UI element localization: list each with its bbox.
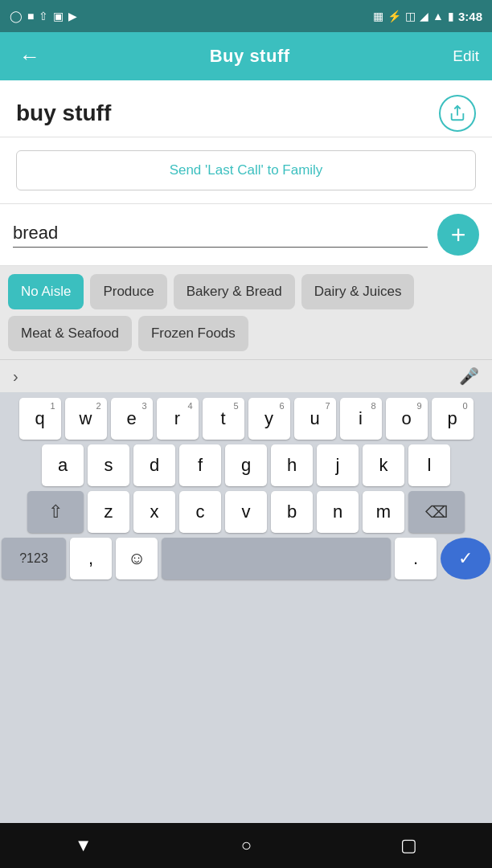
char-b: b bbox=[287, 502, 297, 522]
share-button[interactable] bbox=[439, 95, 476, 132]
expand-icon[interactable]: › bbox=[13, 367, 18, 386]
key-s[interactable]: s bbox=[88, 444, 129, 486]
shift-icon: ⇧ bbox=[48, 502, 63, 522]
search-input-wrap bbox=[13, 223, 428, 248]
key-l[interactable]: l bbox=[408, 444, 450, 486]
last-call-button[interactable]: Send 'Last Call' to Family bbox=[16, 150, 476, 190]
char-z: z bbox=[105, 502, 113, 522]
num-w: 2 bbox=[96, 401, 100, 411]
key-g[interactable]: g bbox=[225, 444, 267, 486]
search-input[interactable] bbox=[13, 223, 428, 244]
char-g: g bbox=[241, 455, 251, 476]
char-w: w bbox=[80, 408, 92, 429]
aisle-tag-bakery-&-bread[interactable]: Bakery & Bread bbox=[174, 274, 295, 309]
char-d: d bbox=[150, 455, 159, 476]
stop-icon: ■ bbox=[27, 10, 34, 23]
key-t[interactable]: 5t bbox=[203, 398, 244, 440]
char-o: o bbox=[401, 408, 411, 429]
char-c: c bbox=[196, 502, 205, 522]
key-r[interactable]: 4r bbox=[157, 398, 199, 440]
bluetooth-icon: ⚡ bbox=[387, 10, 401, 23]
upload-icon: ⇧ bbox=[39, 10, 48, 23]
char-s: s bbox=[105, 455, 113, 476]
edit-button[interactable]: Edit bbox=[453, 47, 479, 65]
key-u[interactable]: 7u bbox=[294, 398, 336, 440]
comma-key[interactable]: , bbox=[70, 538, 112, 579]
period-key[interactable]: . bbox=[395, 538, 437, 579]
num-o: 9 bbox=[416, 401, 421, 411]
key-v[interactable]: v bbox=[225, 491, 267, 533]
status-time: 3:48 bbox=[458, 10, 482, 23]
space-key[interactable] bbox=[162, 538, 391, 579]
key-e[interactable]: 3e bbox=[111, 398, 153, 440]
char-y: y bbox=[264, 408, 273, 429]
key-q[interactable]: 1q bbox=[19, 398, 61, 440]
key-x[interactable]: x bbox=[133, 491, 175, 533]
key-j[interactable]: j bbox=[317, 444, 359, 486]
char-a: a bbox=[58, 455, 68, 476]
key-p[interactable]: 0p bbox=[432, 398, 474, 440]
emoji-key[interactable]: ☺ bbox=[116, 538, 158, 579]
sym-label: ?123 bbox=[19, 551, 48, 566]
key-z[interactable]: z bbox=[88, 491, 129, 533]
key-n[interactable]: n bbox=[317, 491, 359, 533]
checkmark-icon: ✓ bbox=[458, 548, 473, 569]
key-y[interactable]: 6y bbox=[248, 398, 290, 440]
main-content: buy stuff Send 'Last Call' to Family + bbox=[0, 80, 492, 266]
period-char: . bbox=[413, 548, 418, 569]
char-l: l bbox=[428, 455, 432, 476]
aisle-tag-no-aisle[interactable]: No Aisle bbox=[8, 274, 84, 309]
num-q: 1 bbox=[50, 401, 55, 411]
key-w[interactable]: 2w bbox=[65, 398, 107, 440]
home-nav-icon[interactable]: ○ bbox=[241, 835, 252, 856]
num-e: 3 bbox=[141, 401, 146, 411]
num-r: 4 bbox=[187, 401, 192, 411]
camera-icon: ◯ bbox=[10, 10, 23, 23]
key-k[interactable]: k bbox=[363, 444, 404, 486]
status-bar: ◯ ■ ⇧ ▣ ▶ ▦ ⚡ ◫ ◢ ▲ ▮ 3:48 bbox=[0, 0, 492, 32]
char-t: t bbox=[220, 408, 225, 429]
cast-icon: ▦ bbox=[373, 10, 383, 23]
key-b[interactable]: b bbox=[271, 491, 313, 533]
char-x: x bbox=[150, 502, 159, 522]
char-j: j bbox=[336, 455, 340, 476]
aisle-tag-dairy-&-juices[interactable]: Dairy & Juices bbox=[301, 274, 415, 309]
wifi-icon: ◢ bbox=[420, 10, 428, 23]
add-item-button[interactable]: + bbox=[437, 214, 479, 256]
aisle-tag-frozen-foods[interactable]: Frozen Foods bbox=[138, 316, 248, 351]
key-a[interactable]: a bbox=[42, 444, 84, 486]
nav-bottom: ▼ ○ ▢ bbox=[0, 823, 492, 868]
recents-nav-icon[interactable]: ▢ bbox=[400, 835, 417, 856]
key-i[interactable]: 8i bbox=[340, 398, 382, 440]
kb-row-bottom: ?123 , ☺ . ✓ bbox=[2, 538, 490, 579]
shift-key[interactable]: ⇧ bbox=[27, 491, 84, 533]
mic-icon[interactable]: 🎤 bbox=[459, 366, 479, 386]
search-row: + bbox=[0, 204, 492, 266]
num-t: 5 bbox=[233, 401, 238, 411]
aisle-section: No AisleProduceBakery & BreadDairy & Jui… bbox=[0, 266, 492, 359]
char-q: q bbox=[35, 408, 44, 429]
key-h[interactable]: h bbox=[271, 444, 313, 486]
aisle-tag-produce[interactable]: Produce bbox=[90, 274, 166, 309]
key-c[interactable]: c bbox=[179, 491, 221, 533]
key-f[interactable]: f bbox=[179, 444, 221, 486]
comma-char: , bbox=[88, 548, 93, 569]
last-call-section: Send 'Last Call' to Family bbox=[0, 137, 492, 204]
key-m[interactable]: m bbox=[363, 491, 404, 533]
more-row: › 🎤 bbox=[0, 359, 492, 392]
key-o[interactable]: 9o bbox=[386, 398, 428, 440]
page-title: Buy stuff bbox=[210, 46, 290, 67]
battery-icon: ▮ bbox=[448, 10, 454, 23]
num-y: 6 bbox=[279, 401, 284, 411]
backspace-key[interactable]: ⌫ bbox=[408, 491, 465, 533]
back-nav-icon[interactable]: ▼ bbox=[75, 835, 92, 856]
key-d[interactable]: d bbox=[133, 444, 175, 486]
aisle-tag-meat-&-seafood[interactable]: Meat & Seafood bbox=[8, 316, 132, 351]
enter-key[interactable]: ✓ bbox=[441, 538, 490, 579]
num-u: 7 bbox=[325, 401, 330, 411]
char-u: u bbox=[310, 408, 319, 429]
sym-key[interactable]: ?123 bbox=[2, 538, 66, 579]
back-button[interactable]: ← bbox=[13, 41, 47, 72]
char-f: f bbox=[198, 455, 203, 476]
char-h: h bbox=[287, 455, 297, 476]
